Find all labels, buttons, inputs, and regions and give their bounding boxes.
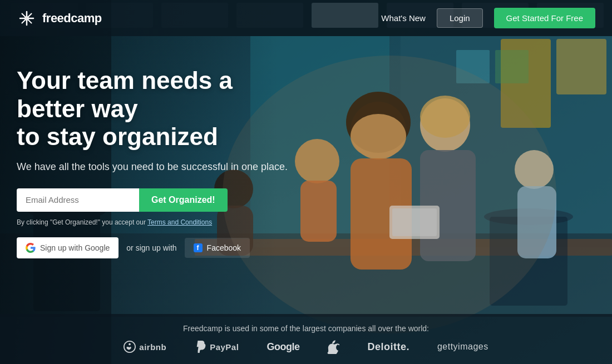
paypal-logo: PayPal: [194, 341, 239, 353]
facebook-icon: f: [194, 243, 203, 252]
svg-rect-16: [495, 50, 529, 83]
hero-title-line1: Your team needs a better way: [17, 67, 233, 122]
logo-text: freedcamp: [42, 11, 102, 26]
get-started-button[interactable]: Get Started For Free: [494, 8, 595, 28]
logo-icon: [17, 8, 37, 28]
or-sign-up-text: or sign up with: [126, 243, 176, 252]
social-login: Sign up with Google or sign up with f Fa…: [17, 237, 306, 258]
whats-new-link[interactable]: What's New: [381, 13, 426, 23]
companies-strip: Freedcamp is used in some of the largest…: [0, 314, 612, 364]
google-icon: [26, 243, 36, 253]
deloitte-logo: Deloitte.: [367, 341, 409, 353]
google-signup-button[interactable]: Sign up with Google: [17, 237, 119, 258]
svg-rect-14: [556, 39, 606, 94]
google-logo: Google: [266, 341, 299, 353]
svg-line-48: [28, 13, 32, 17]
gettyimages-logo: gettyimages: [437, 342, 488, 352]
airbnb-logo: airbnb: [124, 341, 166, 353]
hero-title: Your team needs a better way to stay org…: [17, 67, 306, 151]
hero-title-line2: to stay organized: [17, 123, 218, 150]
login-button[interactable]: Login: [437, 8, 483, 28]
hero-subtitle: We have all the tools you need to be suc…: [17, 161, 306, 173]
google-signup-label: Sign up with Google: [40, 243, 110, 252]
svg-line-46: [22, 13, 26, 17]
get-organized-button[interactable]: Get Organized!: [139, 188, 228, 212]
email-input[interactable]: [17, 188, 139, 212]
hero-content: Your team needs a better way to stay org…: [17, 67, 306, 258]
facebook-label: Facebook: [207, 243, 241, 252]
companies-logos: airbnb PayPal Google Deloitte.: [124, 340, 488, 354]
apple-logo: [327, 340, 339, 354]
terms-text: By clicking "Get Organized!" you accept …: [17, 218, 306, 226]
terms-prefix: By clicking "Get Organized!" you accept …: [17, 218, 147, 226]
email-form: Get Organized!: [17, 188, 306, 212]
svg-line-49: [22, 20, 26, 23]
logo-area: freedcamp: [17, 8, 102, 28]
companies-tagline: Freedcamp is used in some of the largest…: [183, 324, 429, 333]
facebook-signup-button[interactable]: f Facebook: [185, 238, 250, 258]
terms-link[interactable]: Terms and Conditions: [147, 218, 212, 226]
nav-right: What's New Login Get Started For Free: [381, 8, 595, 28]
navbar: freedcamp What's New Login Get Started F…: [0, 0, 612, 36]
svg-line-47: [28, 20, 32, 23]
